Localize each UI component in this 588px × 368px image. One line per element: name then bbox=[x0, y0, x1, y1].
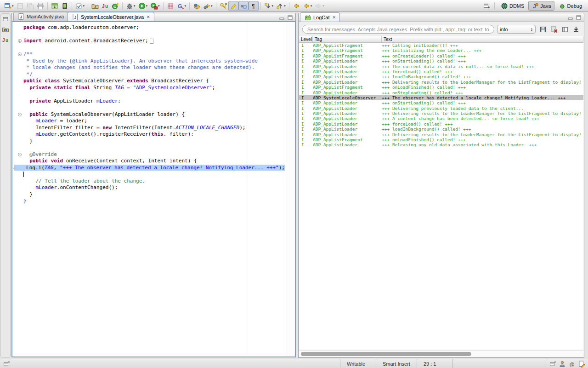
gwt-compile-button[interactable]: G▾ bbox=[175, 1, 188, 11]
hscrollbar-thumb[interactable] bbox=[301, 352, 471, 356]
logcat-search-input[interactable] bbox=[302, 25, 494, 34]
external-tools-button[interactable]: ▾ bbox=[149, 1, 161, 11]
close-icon[interactable]: ✕ bbox=[147, 15, 150, 19]
log-row[interactable]: IADP_AppListLoader+++ Delivering results… bbox=[299, 80, 583, 85]
chevron-down-icon[interactable]: ▾ bbox=[272, 4, 274, 8]
mentions-button[interactable]: @ bbox=[568, 360, 576, 368]
next-annotation-button[interactable]: ▾ bbox=[263, 1, 275, 11]
minimize-logcat-button[interactable] bbox=[567, 15, 574, 20]
column-header-text[interactable]: Text bbox=[382, 36, 583, 42]
code-editor[interactable]: package com.adp.loadercustom.observer;+i… bbox=[11, 22, 296, 357]
chevron-down-icon[interactable]: ▾ bbox=[211, 4, 213, 8]
log-row[interactable]: IADP_AppListLoader+++ Delivering results… bbox=[299, 132, 583, 137]
avd-manager-button[interactable] bbox=[60, 1, 70, 11]
overview-ruler[interactable] bbox=[286, 22, 295, 356]
save-log-button[interactable] bbox=[538, 25, 547, 34]
log-row[interactable]: IADP_AppListFragment+++ onLoadFinished()… bbox=[299, 85, 583, 90]
tab-logcat[interactable]: LogCat ✕ bbox=[300, 12, 340, 22]
chevron-down-icon[interactable]: ▾ bbox=[158, 4, 160, 8]
log-text: +++ Delivering results to the LoaderMana… bbox=[382, 132, 583, 137]
chevron-down-icon[interactable]: ▾ bbox=[311, 4, 312, 8]
log-row[interactable]: IADP_AppListFragment+++ Initializing the… bbox=[299, 48, 583, 53]
new-wizard-button[interactable]: ▾ bbox=[3, 1, 15, 11]
column-header-tag[interactable]: Tag bbox=[313, 36, 382, 42]
chevron-down-icon[interactable]: ▾ bbox=[185, 4, 187, 8]
minimize-editor-button[interactable] bbox=[279, 15, 285, 20]
log-row[interactable]: IADP_AppListFragment+++ onLoadFinished()… bbox=[299, 137, 583, 142]
open-perspective-button[interactable] bbox=[481, 1, 492, 11]
log-tag: ADP_AppListLoader bbox=[313, 69, 382, 74]
log-row[interactable]: IADP_SystemLocaleObserver+++ The observe… bbox=[299, 95, 583, 100]
new-junit-test-button[interactable]: Ju bbox=[100, 1, 110, 11]
new-test-button[interactable]: ▾ bbox=[74, 1, 86, 11]
log-row[interactable]: IADP_AppListLoader+++ onStopLoading() ca… bbox=[299, 90, 583, 95]
log-row[interactable]: IADP_AppListLoader+++ A content change h… bbox=[299, 116, 583, 121]
print-button[interactable] bbox=[35, 1, 45, 11]
open-type-button[interactable]: P bbox=[218, 1, 228, 11]
log-row[interactable]: IADP_AppListLoader+++ The current data i… bbox=[299, 64, 583, 69]
forward-button: ▾ bbox=[313, 1, 326, 11]
column-header-level[interactable]: Level bbox=[299, 36, 313, 42]
android-sdk-manager-button[interactable] bbox=[50, 1, 60, 11]
debug-button[interactable]: ▾ bbox=[124, 1, 137, 11]
junit-view-button[interactable]: Ju bbox=[1, 36, 10, 44]
maximize-editor-button[interactable] bbox=[287, 15, 294, 20]
back-to-last-edit-button[interactable] bbox=[291, 1, 301, 11]
perspective-java-button[interactable]: JJava bbox=[528, 1, 554, 11]
previous-annotation-button[interactable]: ▾ bbox=[275, 1, 287, 11]
mark-occurrences-button[interactable] bbox=[228, 1, 238, 11]
perspective-ddms-button[interactable]: DDMS bbox=[498, 1, 527, 11]
logcat-hscrollbar[interactable] bbox=[299, 350, 583, 357]
annotation-ruler-cell bbox=[12, 158, 17, 165]
clear-log-button[interactable] bbox=[549, 25, 558, 34]
log-row[interactable]: IADP_AppListLoader+++ Delivering previou… bbox=[299, 106, 583, 111]
collapse-icon[interactable]: - bbox=[18, 52, 22, 56]
log-level-dropdown[interactable]: info ▲▼ bbox=[497, 25, 536, 34]
log-row[interactable]: IADP_AppListLoader+++ onStartLoading() c… bbox=[299, 100, 583, 105]
log-row[interactable]: IADP_AppListFragment+++ Calling initLoad… bbox=[299, 43, 583, 48]
run-button[interactable]: ▾ bbox=[137, 1, 149, 11]
log-text: +++ onCreateLoader() called! +++ bbox=[382, 53, 583, 58]
chevron-down-icon[interactable]: ▾ bbox=[284, 4, 286, 8]
fast-view-button[interactable] bbox=[3, 360, 10, 368]
expand-icon[interactable]: + bbox=[18, 39, 22, 43]
new-java-project-button[interactable]: J bbox=[90, 1, 100, 11]
log-row[interactable]: IADP_AppListFragment+++ onCreateLoader()… bbox=[299, 53, 583, 58]
open-type-grid-button[interactable] bbox=[165, 1, 175, 11]
log-row[interactable]: IADP_AppListLoader+++ loadInBackground()… bbox=[299, 126, 583, 132]
log-row[interactable]: IADP_AppListLoader+++ forceLoad() called… bbox=[299, 121, 583, 126]
new-class-button[interactable]: C bbox=[110, 1, 120, 11]
restore-editor-button[interactable] bbox=[1, 15, 10, 23]
log-row[interactable]: IADP_AppListLoader+++ Delivering results… bbox=[299, 111, 583, 116]
show-whitespace-button[interactable]: ¶ bbox=[249, 1, 259, 11]
user-profile-button[interactable] bbox=[559, 360, 566, 368]
collapse-icon[interactable]: - bbox=[18, 113, 22, 116]
open-resource-button[interactable] bbox=[192, 1, 202, 11]
restore-trim-button[interactable] bbox=[549, 360, 556, 368]
tab-mainactivity-java[interactable]: JMainActivity.java bbox=[13, 12, 68, 21]
chevron-down-icon[interactable]: ▾ bbox=[83, 4, 85, 8]
back-button[interactable]: ▾ bbox=[301, 1, 314, 11]
code-line: } bbox=[12, 138, 285, 145]
collapse-icon[interactable]: - bbox=[18, 153, 22, 156]
folded-region-icon[interactable] bbox=[150, 39, 153, 44]
log-row[interactable]: IADP_AppListLoader+++ Releasing any old … bbox=[299, 142, 583, 147]
log-row[interactable]: IADP_AppListLoader+++ onStartLoading() c… bbox=[299, 58, 583, 63]
maximize-logcat-button[interactable] bbox=[576, 15, 582, 20]
edit-mode-button[interactable] bbox=[578, 360, 585, 368]
scroll-to-bottom-button[interactable] bbox=[571, 25, 580, 34]
search-button[interactable]: ▾ bbox=[202, 1, 214, 11]
tab-systemlocaleobserver-java[interactable]: JSystemLocaleObserver.java✕ bbox=[68, 12, 154, 21]
chevron-down-icon[interactable]: ▾ bbox=[134, 4, 136, 8]
show-selected-element-button[interactable]: a bbox=[238, 1, 249, 11]
display-saved-filters-button[interactable] bbox=[560, 25, 569, 34]
package-explorer-button[interactable] bbox=[1, 25, 10, 34]
log-level: I bbox=[299, 53, 313, 58]
log-row[interactable]: IADP_AppListLoader+++ forceLoad() called… bbox=[299, 69, 583, 74]
chevron-down-icon[interactable]: ▾ bbox=[146, 4, 148, 8]
close-icon[interactable]: ✕ bbox=[332, 15, 336, 20]
chevron-down-icon[interactable]: ▾ bbox=[12, 4, 14, 8]
log-row[interactable]: IADP_AppListLoader+++ loadInBackground()… bbox=[299, 74, 583, 79]
chevron-down-icon[interactable]: ▾ bbox=[322, 4, 324, 8]
perspective-debug-button[interactable]: Debug bbox=[555, 1, 585, 11]
